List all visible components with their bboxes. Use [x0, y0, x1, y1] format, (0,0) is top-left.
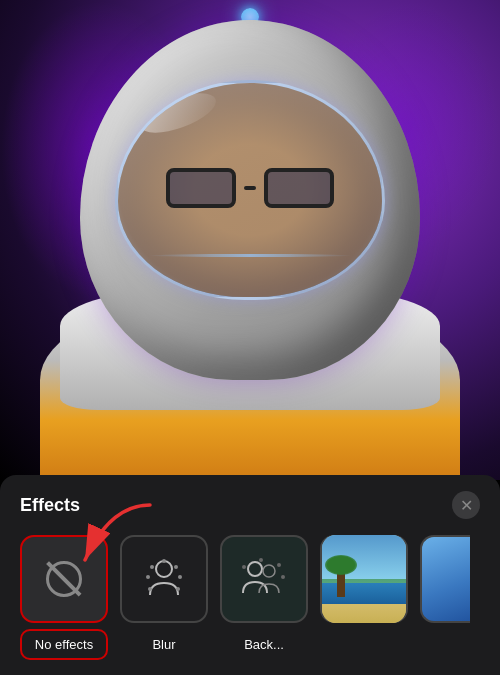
svg-point-12 [259, 558, 263, 562]
right-lens [264, 168, 334, 208]
svg-point-10 [263, 565, 275, 577]
effect-thumb-no-effects[interactable] [20, 535, 108, 623]
left-lens [166, 168, 236, 208]
svg-point-9 [248, 562, 262, 576]
label-no-effects[interactable]: No effects [20, 629, 108, 660]
svg-point-6 [178, 575, 182, 579]
effect-thumb-background[interactable] [220, 535, 308, 623]
beach-sand [322, 604, 406, 623]
svg-point-2 [146, 575, 150, 579]
helmet-outer [80, 20, 420, 380]
effects-header: Effects ✕ [20, 491, 480, 519]
glasses [166, 168, 334, 208]
effect-thumb-blur[interactable] [120, 535, 208, 623]
blur-person-icon [142, 557, 186, 601]
effect-item-background [220, 535, 308, 623]
beach-palm-leaves [325, 555, 357, 575]
svg-point-4 [162, 559, 166, 563]
background-person-icon [239, 557, 289, 601]
svg-point-8 [148, 587, 152, 591]
svg-point-13 [277, 563, 281, 567]
close-effects-button[interactable]: ✕ [452, 491, 480, 519]
effects-title: Effects [20, 495, 80, 516]
no-effects-icon [46, 561, 82, 597]
glasses-bridge [244, 186, 256, 190]
svg-point-1 [156, 561, 172, 577]
svg-point-7 [176, 587, 180, 591]
svg-point-3 [150, 565, 154, 569]
label-background: Back... [220, 631, 308, 658]
effect-item-beach [320, 535, 408, 623]
effects-labels-row: No effects Blur Back... [20, 629, 480, 660]
beach-thumbnail [322, 535, 406, 623]
effects-panel: Effects ✕ [0, 475, 500, 675]
visor [115, 80, 385, 300]
effect-item-no-effects [20, 535, 108, 623]
effects-thumbnails-row [20, 535, 480, 623]
svg-point-14 [281, 575, 285, 579]
svg-point-5 [174, 565, 178, 569]
beach-water [322, 583, 406, 605]
camera-view [0, 0, 500, 480]
effect-item-partial [420, 535, 470, 623]
effect-thumb-partial[interactable] [420, 535, 470, 623]
effect-item-blur [120, 535, 208, 623]
effect-thumb-beach[interactable] [320, 535, 408, 623]
visor-reflection [148, 254, 352, 257]
label-blur: Blur [120, 631, 208, 658]
svg-point-11 [242, 565, 246, 569]
astronaut-ar-filter [0, 0, 500, 480]
